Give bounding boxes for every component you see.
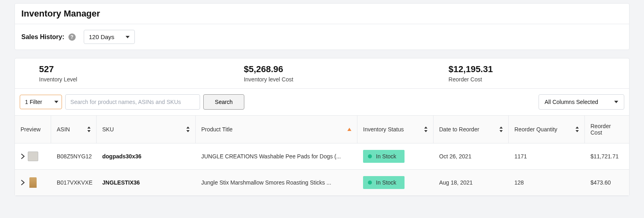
sort-icon xyxy=(87,127,91,132)
th-label: Reorder Cost xyxy=(590,123,623,136)
search-input[interactable] xyxy=(65,94,200,110)
table-row: B08Z5NYG12 dogpads30x36 JUNGLE CREATIONS… xyxy=(15,143,629,170)
stat-value: $5,268.96 xyxy=(244,64,400,75)
filter-button-label: 1 Filter xyxy=(25,99,42,105)
th-asin[interactable]: ASIN xyxy=(51,116,97,143)
stat-label: Inventory level Cost xyxy=(244,76,400,83)
header-card: Inventory Manager Sales History: ? 120 D… xyxy=(14,3,630,50)
stat-value: $12,195.31 xyxy=(448,64,605,75)
search-button[interactable]: Search xyxy=(203,94,244,110)
th-label: Product Title xyxy=(201,126,233,133)
sales-history-select[interactable]: 120 Days xyxy=(84,30,135,44)
td-sku: JNGLESTIX36 xyxy=(97,173,196,192)
stats-row: 527 Inventory Level $5,268.96 Inventory … xyxy=(15,58,629,89)
filter-button[interactable]: 1 Filter xyxy=(20,95,62,109)
product-thumbnail-icon xyxy=(29,177,37,188)
th-label: Preview xyxy=(21,126,41,133)
th-label: Inventory Status xyxy=(363,126,404,133)
th-label: Reorder Quantity xyxy=(514,126,557,133)
th-reorder-cost[interactable]: Reorder Cost xyxy=(585,116,629,143)
header-top: Inventory Manager xyxy=(15,4,629,24)
chevron-down-icon xyxy=(126,36,130,38)
sort-icon xyxy=(500,127,503,132)
sort-icon xyxy=(186,127,190,132)
td-date: Aug 18, 2021 xyxy=(433,173,509,192)
th-label: Date to Reorder xyxy=(439,126,479,133)
td-product-title: Jungle Stix Marshmallow Smores Roasting … xyxy=(196,171,357,194)
sales-history-value: 120 Days xyxy=(89,33,114,40)
filter-row: 1 Filter Search All Columns Selected xyxy=(15,89,629,116)
th-sku[interactable]: SKU xyxy=(97,116,196,143)
stat-inventory-cost: $5,268.96 Inventory level Cost xyxy=(220,64,425,83)
status-dot-icon xyxy=(368,181,372,185)
status-dot-icon xyxy=(368,154,372,158)
td-asin: B017VXKVXE xyxy=(51,173,97,192)
th-label: ASIN xyxy=(57,126,70,133)
sort-asc-icon xyxy=(347,128,351,131)
td-cost: $11,721.71 xyxy=(585,147,629,166)
th-preview[interactable]: Preview xyxy=(15,116,51,143)
stat-reorder-cost: $12,195.31 Reorder Cost xyxy=(424,64,629,83)
columns-select[interactable]: All Columns Selected xyxy=(539,94,624,110)
table-row: B017VXKVXE JNGLESTIX36 Jungle Stix Marsh… xyxy=(15,170,629,196)
table-header: Preview ASIN SKU Product Title xyxy=(15,116,629,143)
td-asin: B08Z5NYG12 xyxy=(51,147,97,166)
th-date-reorder[interactable]: Date to Reorder xyxy=(433,116,509,143)
chevron-down-icon xyxy=(54,101,58,103)
page-title: Inventory Manager xyxy=(21,8,623,19)
stat-value: 527 xyxy=(39,64,196,75)
stat-inventory-level: 527 Inventory Level xyxy=(15,64,220,83)
stat-label: Reorder Cost xyxy=(448,76,605,83)
td-date: Oct 26, 2021 xyxy=(433,147,509,166)
sort-icon xyxy=(576,127,579,132)
table-body: B08Z5NYG12 dogpads30x36 JUNGLE CREATIONS… xyxy=(15,143,629,196)
columns-select-label: All Columns Selected xyxy=(545,99,598,105)
td-qty: 128 xyxy=(509,173,585,192)
td-status: In Stock xyxy=(357,143,433,169)
th-reorder-qty[interactable]: Reorder Quantity xyxy=(509,116,585,143)
header-controls: Sales History: ? 120 Days xyxy=(15,24,629,50)
status-label: In Stock xyxy=(376,179,396,186)
product-thumbnail-icon xyxy=(28,152,38,161)
sort-icon xyxy=(424,127,427,132)
expand-row-button[interactable] xyxy=(21,180,25,185)
th-label: SKU xyxy=(102,126,114,133)
th-inventory-status[interactable]: Inventory Status xyxy=(357,116,433,143)
main-card: 527 Inventory Level $5,268.96 Inventory … xyxy=(14,58,630,196)
td-cost: $473.60 xyxy=(585,173,629,192)
inventory-table: Preview ASIN SKU Product Title xyxy=(15,116,629,196)
status-badge: In Stock xyxy=(363,150,405,163)
expand-row-button[interactable] xyxy=(21,154,25,159)
help-icon[interactable]: ? xyxy=(68,33,76,41)
chevron-down-icon xyxy=(614,101,618,103)
td-qty: 1171 xyxy=(509,147,585,166)
th-product-title[interactable]: Product Title xyxy=(196,116,357,143)
td-preview xyxy=(15,145,51,168)
td-sku: dogpads30x36 xyxy=(97,147,196,166)
td-status: In Stock xyxy=(357,170,433,195)
stat-label: Inventory Level xyxy=(39,76,196,83)
td-preview xyxy=(15,171,51,194)
td-product-title: JUNGLE CREATIONS Washable Pee Pads for D… xyxy=(196,145,357,168)
status-label: In Stock xyxy=(376,153,396,160)
status-badge: In Stock xyxy=(363,176,405,189)
sales-history-label: Sales History: xyxy=(21,33,64,41)
